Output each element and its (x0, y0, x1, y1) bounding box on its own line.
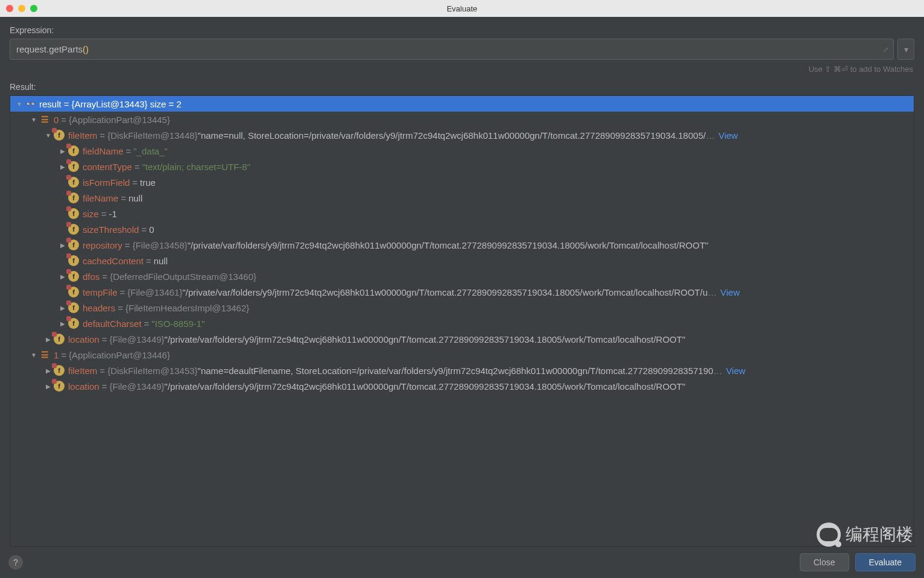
tree-row[interactable]: ▶location = {File@13449} "/private/var/f… (10, 331, 914, 347)
result-label: Result: (10, 82, 914, 92)
tree-row[interactable]: ▶sizeThreshold = 0 (10, 221, 914, 237)
tree-row[interactable]: ▶fileName = null (10, 190, 914, 206)
result-tree[interactable]: ▼👓result = {ArrayList@13443} size = 2▼☰0… (10, 95, 914, 547)
expand-icon[interactable]: ⤢ (883, 45, 888, 53)
chevron-right-icon[interactable]: ▶ (59, 242, 67, 249)
footer: ? Close Evaluate (0, 547, 924, 578)
zoom-window-icon[interactable] (30, 5, 37, 12)
chevron-right-icon[interactable]: ▶ (59, 164, 67, 170)
equals-sign: = (144, 319, 150, 329)
minimize-window-icon[interactable] (18, 5, 25, 12)
node-value-tail: "/private/var/folders/y9/jtrm72c94tq2wcj… (182, 287, 707, 297)
equals-sign: = (102, 272, 107, 282)
node-value: {File@13449} (109, 334, 164, 345)
tree-row[interactable]: ▶fileItem = {DiskFileItem@13453} "name=d… (10, 363, 914, 378)
field-icon (68, 255, 79, 266)
view-link[interactable]: View (720, 287, 739, 297)
node-value: {DiskFileItem@13453} (107, 366, 197, 376)
chevron-right-icon[interactable]: ▶ (44, 383, 52, 390)
node-value: {ApplicationPart@13445} (69, 115, 170, 125)
equals-sign: = (126, 146, 131, 156)
tree-row[interactable]: ▶location = {File@13449} "/private/var/f… (10, 378, 914, 394)
node-value: "text/plain; charset=UTF-8" (142, 162, 250, 172)
equals-sign: = (120, 287, 125, 297)
chevron-right-icon[interactable]: ▶ (59, 320, 67, 327)
view-link[interactable]: View (726, 366, 745, 376)
equals-sign: = (141, 224, 147, 235)
watch-icon: 👓 (25, 98, 36, 109)
node-name: dfos (83, 272, 100, 282)
tree-row[interactable]: ▶defaultCharset = "ISO-8859-1" (10, 316, 914, 331)
node-name: location (68, 381, 100, 392)
field-icon (68, 271, 79, 282)
tree-row[interactable]: ▶headers = {FileItemHeadersImpl@13462} (10, 300, 914, 316)
field-icon (54, 130, 65, 141)
node-value: {ArrayList@13443} size = 2 (71, 99, 181, 109)
tree-row[interactable]: ▶dfos = {DeferredFileOutputStream@13460} (10, 268, 914, 284)
node-name: defaultCharset (83, 319, 142, 329)
equals-sign: = (61, 115, 66, 125)
node-value: {DeferredFileOutputStream@13460} (110, 272, 256, 282)
node-value-tail: "name=null, StoreLocation=/private/var/f… (198, 130, 706, 141)
chevron-right-icon[interactable]: ▶ (44, 367, 52, 374)
chevron-down-icon[interactable]: ▼ (30, 352, 38, 358)
tree-row[interactable]: ▶cachedContent = null (10, 253, 914, 268)
ellipsis: … (714, 366, 723, 376)
ellipsis: … (706, 130, 715, 141)
node-name: fieldName (83, 146, 124, 156)
chevron-down-icon[interactable]: ▼ (15, 101, 24, 107)
node-name: size (83, 209, 99, 219)
close-window-icon[interactable] (6, 5, 13, 12)
tree-row[interactable]: ▶repository = {File@13458} "/private/var… (10, 237, 914, 253)
node-name: cachedContent (83, 256, 144, 266)
help-button[interactable]: ? (8, 555, 23, 570)
chevron-right-icon[interactable]: ▶ (59, 305, 67, 311)
chevron-right-icon[interactable]: ▶ (44, 336, 52, 343)
node-value: {File@13449} (109, 381, 164, 392)
node-value: {File@13461} (127, 287, 182, 297)
tree-row[interactable]: ▼fileItem = {DiskFileItem@13448} "name=n… (10, 127, 914, 143)
evaluate-button[interactable]: Evaluate (855, 553, 916, 571)
tree-row[interactable]: ▶fieldName = "_data_" (10, 143, 914, 159)
node-value: null (128, 193, 142, 203)
field-icon (68, 224, 79, 235)
node-value-tail: "name=deaultFilename, StoreLocation=/pri… (198, 366, 714, 376)
equals-sign: = (102, 381, 107, 392)
tree-row[interactable]: ▶contentType = "text/plain; charset=UTF-… (10, 159, 914, 174)
node-value: true (140, 177, 156, 188)
window-title: Evaluate (447, 4, 478, 13)
tree-row[interactable]: ▶size = -1 (10, 206, 914, 221)
view-link[interactable]: View (718, 130, 738, 141)
tree-row[interactable]: ▼☰0 = {ApplicationPart@13445} (10, 112, 914, 127)
expression-input[interactable]: request.getParts() ⤢ (10, 39, 894, 60)
tree-row[interactable]: ▶isFormField = true (10, 174, 914, 190)
expression-history-dropdown[interactable]: ▾ (897, 39, 914, 60)
field-icon (68, 240, 79, 250)
node-name: repository (83, 240, 122, 250)
close-button[interactable]: Close (800, 553, 849, 571)
array-element-icon: ☰ (39, 114, 50, 125)
equals-sign: = (101, 209, 107, 219)
equals-sign: = (64, 99, 69, 109)
array-element-icon: ☰ (39, 349, 50, 360)
chevron-down-icon[interactable]: ▼ (30, 116, 38, 123)
field-icon (54, 334, 65, 345)
tree-row[interactable]: ▼👓result = {ArrayList@13443} size = 2 (10, 96, 914, 112)
field-icon (68, 208, 79, 219)
chevron-right-icon[interactable]: ▶ (59, 273, 67, 280)
field-icon (68, 302, 79, 313)
equals-sign: = (132, 177, 138, 188)
node-value: {DiskFileItem@13448} (107, 130, 197, 141)
field-icon (68, 192, 79, 203)
tree-row[interactable]: ▶tempFile = {File@13461} "/private/var/f… (10, 284, 914, 300)
content-area: Expression: request.getParts() ⤢ ▾ Use ⇧… (0, 17, 924, 547)
chevron-down-icon[interactable]: ▼ (44, 132, 52, 139)
titlebar: Evaluate (0, 0, 924, 17)
equals-sign: = (100, 130, 105, 141)
tree-row[interactable]: ▼☰1 = {ApplicationPart@13446} (10, 347, 914, 363)
node-name: tempFile (83, 287, 118, 297)
node-value: null (154, 256, 168, 266)
expression-label: Expression: (10, 25, 914, 35)
node-value: 0 (149, 224, 154, 235)
chevron-right-icon[interactable]: ▶ (59, 148, 67, 154)
